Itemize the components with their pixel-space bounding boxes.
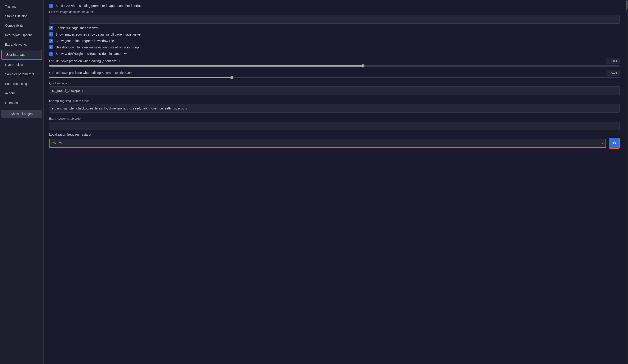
ui-order-label: txt2img/img2img UI item order [49,99,620,103]
sidebar-item-training[interactable]: Training [1,2,42,11]
show-all-pages-button[interactable]: Show all pages [1,110,42,118]
localization-select-container: zh_CN None en [49,139,606,148]
reload-button[interactable]: ↻ [609,138,620,149]
send-size-checkbox[interactable] [49,4,53,8]
sidebar-item-postprocessing[interactable]: Postprocessing [1,79,42,89]
show-progress-label: Show generation progress in window title… [56,39,115,43]
use-dropdown-setting: Use dropdown for sampler selection inste… [49,45,620,49]
ui-order-input[interactable] [49,104,620,113]
slider2-section: Ctrl+up/down precision when editing <ext… [49,70,620,78]
reload-icon: ↻ [613,141,616,146]
full-page-viewer-checkbox[interactable] [49,26,53,30]
sidebar: Training Stable Diffusion Compatibility … [0,0,44,364]
localization-row: zh_CN None en ↻ [49,138,620,149]
slider1-section: Ctrl+up/down precision when editing (att… [49,58,620,67]
sidebar-item-actions[interactable]: Actions [1,89,42,98]
use-dropdown-checkbox[interactable] [49,45,53,49]
main-content: Send size when sending prompt or image t… [44,0,625,364]
slider1-label: Ctrl+up/down precision when editing (att… [49,59,122,63]
show-sliders-checkbox[interactable] [49,52,53,56]
show-progress-checkbox[interactable] [49,39,53,43]
scrollbar-thumb[interactable] [626,0,628,10]
show-zoomed-checkbox[interactable] [49,32,53,36]
show-zoomed-label: Show images zoomed in by default in full… [56,33,142,36]
slider2-thumb[interactable] [230,76,234,79]
show-sliders-setting: Show Width/Height and Batch sliders in s… [49,52,620,56]
slider1-track[interactable] [49,65,620,67]
quicksettings-label: Quicksettings list [49,81,620,85]
sidebar-item-stable-diffusion[interactable]: Stable Diffusion [1,12,42,21]
sidebar-item-licenses[interactable]: Licenses [1,98,42,108]
sidebar-item-interrogate-options[interactable]: Interrogate Options [1,31,42,40]
sidebar-item-user-interface[interactable]: User interface [1,50,42,60]
show-sliders-label: Show Width/Height and Batch sliders in s… [56,52,127,56]
font-input[interactable] [49,15,620,24]
font-label: Font for image grids that have text [49,10,620,13]
quicksettings-input[interactable] [49,86,620,95]
full-page-viewer-setting: Enable full page image viewer [49,26,620,30]
slider2-track[interactable] [49,77,620,78]
slider2-fill [49,77,232,78]
scrollbar-track[interactable] [625,0,628,364]
sidebar-item-compatibility[interactable]: Compatibility [1,21,42,30]
extra-networks-input[interactable] [49,122,620,130]
slider1-thumb[interactable] [361,64,365,68]
send-size-setting: Send size when sending prompt or image t… [49,4,620,8]
sidebar-item-extra-networks[interactable]: Extra Networks [1,40,42,49]
use-dropdown-label: Use dropdown for sampler selection inste… [56,45,139,49]
localization-label: Localization (requires restart) [49,133,620,136]
full-page-viewer-label: Enable full page image viewer [56,26,98,30]
slider1-fill [49,65,363,67]
slider2-label: Ctrl+up/down precision when editing <ext… [49,71,132,74]
slider1-value: 0.1 [606,58,620,64]
show-zoomed-setting: Show images zoomed in by default in full… [49,32,620,36]
sidebar-item-sampler-parameters[interactable]: Sampler parameters [1,70,42,79]
sidebar-item-live-previews[interactable]: Live previews [1,60,42,70]
send-size-label: Send size when sending prompt or image t… [56,4,143,7]
extra-networks-label: Extra networks tab order [49,117,620,120]
show-progress-setting: Show generation progress in window title… [49,39,620,43]
localization-select[interactable]: zh_CN None en [49,139,606,148]
slider2-value: 0.05 [606,70,620,75]
